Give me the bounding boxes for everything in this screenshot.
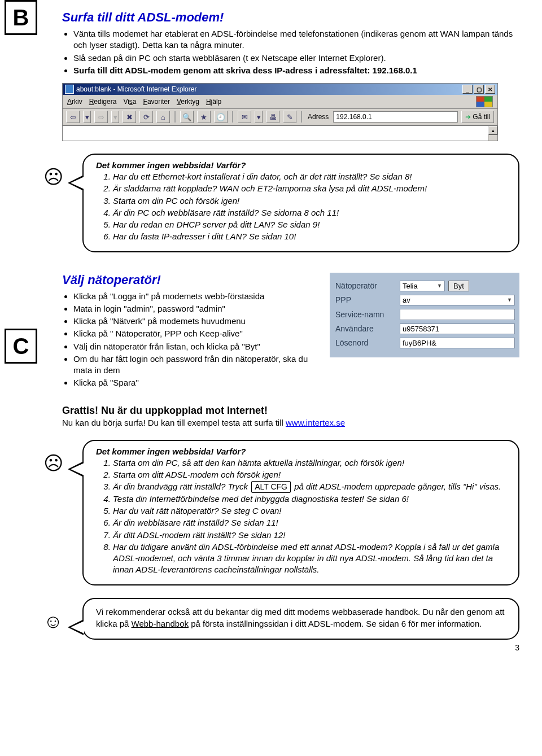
stop-button[interactable]: ✖	[123, 111, 136, 123]
list-item: Starta om din PC, så att den kan hämta a…	[113, 457, 508, 469]
list-item: Klicka på "Nätverk" på modemets huvudmen…	[73, 316, 322, 327]
speech-bubble: Vi rekommenderar också att du bekantar d…	[82, 598, 519, 640]
list-item: Har du tidigare använt din ADSL-förbinde…	[113, 541, 508, 576]
forward-dropdown[interactable]: ▾	[111, 111, 119, 123]
menu-hjalp[interactable]: Hjälp	[206, 98, 221, 106]
section-b-heading: Surfa till ditt ADSL-modem!	[62, 10, 519, 25]
ppp-value: av	[403, 296, 410, 304]
user-label: Användare	[335, 324, 396, 333]
toolbar-separator	[232, 111, 233, 123]
list-item: Starta om din PC och försök igen!	[113, 195, 508, 207]
tip-bubble-3: ☺ Vi rekommenderar också att du bekantar…	[40, 598, 519, 640]
list-item: Är din webbläsare rätt inställd? Se sida…	[113, 517, 508, 528]
speech-bubble: Det kommer ingen webbsida! Varför? Har d…	[82, 154, 519, 252]
home-button[interactable]: ⌂	[156, 111, 170, 123]
list-item: Har du redan en DHCP server på ditt LAN?…	[113, 219, 508, 230]
bubble-title: Det kommer ingen webbsida! Varför?	[96, 160, 508, 170]
alt-cfg-button-label: ALT CFG	[251, 481, 291, 493]
webb-handbok-link: Webb-handbok	[132, 619, 189, 628]
browser-toolbar: ⇦ ▾ ⇨ ▾ ✖ ⟳ ⌂ 🔍 ★ 🕘 ✉ ▾ 🖶 ✎ Adress 192.1…	[63, 109, 497, 125]
natoperator-value: Telia	[403, 282, 418, 290]
chevron-down-icon: ▼	[437, 283, 442, 289]
favorites-button[interactable]: ★	[197, 111, 211, 123]
speech-bubble: Det kommer ingen webbsida! Varför? Start…	[82, 440, 519, 585]
mail-dropdown[interactable]: ▾	[255, 111, 263, 123]
list-item: Mata in login "admin", password "admin"	[73, 303, 322, 314]
user-input[interactable]: u95758371	[400, 324, 515, 334]
section-c-heading: Välj nätoperatör!	[62, 273, 322, 287]
ppp-select[interactable]: av▼	[400, 295, 515, 305]
page-number: 3	[40, 643, 519, 652]
toolbar-separator	[301, 111, 302, 123]
congrats-text: Nu kan du börja surfa! Du kan till exemp…	[62, 418, 519, 427]
back-button[interactable]: ⇦	[66, 111, 80, 123]
mail-button[interactable]: ✉	[238, 111, 251, 123]
forward-button[interactable]: ⇨	[94, 111, 108, 123]
list-item: Klicka på " Nätoperatör, PPP och Keep-al…	[73, 328, 322, 339]
list-item: Starta om ditt ADSL-modem och försök ige…	[113, 469, 508, 480]
byt-button[interactable]: Byt	[448, 281, 469, 291]
list-item: Surfa till ditt ADSL-modem genom att skr…	[73, 65, 519, 76]
bubble-list: Starta om din PC, så att den kan hämta a…	[96, 457, 508, 576]
menu-verktyg[interactable]: Verktyg	[177, 98, 199, 106]
letter-b-text: B	[13, 5, 29, 30]
section-c-bullet-list: Klicka på "Logga in" på modemets webb-fö…	[62, 291, 322, 389]
go-icon: ➜	[465, 113, 471, 121]
natoperator-label: Nätoperatör	[335, 281, 396, 290]
ie-logo-icon	[65, 85, 74, 94]
menu-redigera[interactable]: Redigera	[89, 98, 117, 106]
address-value: 192.168.0.1	[336, 113, 371, 121]
bubble-title: Det kommer ingen webbsida! Varför?	[96, 447, 508, 456]
intertex-link[interactable]: www.intertex.se	[286, 418, 345, 427]
history-button[interactable]: 🕘	[214, 111, 228, 123]
happy-face-icon: ☺	[40, 611, 67, 631]
edit-button[interactable]: ✎	[283, 111, 296, 123]
browser-title: about:blank - Microsoft Internet Explore…	[76, 85, 196, 93]
browser-content-area: ▴	[63, 125, 497, 141]
search-button[interactable]: 🔍	[180, 111, 194, 123]
bubble-text: Vi rekommenderar också att du bekantar d…	[96, 606, 508, 630]
chevron-down-icon: ▼	[507, 297, 512, 303]
list-item: Har du fasta IP-adresser i ditt LAN? Se …	[113, 231, 508, 242]
menu-favoriter[interactable]: Favoriter	[143, 98, 170, 106]
service-input[interactable]	[400, 309, 515, 320]
toolbar-separator	[174, 111, 176, 123]
window-minimize-button[interactable]: _	[462, 85, 473, 94]
window-maximize-button[interactable]: ▢	[474, 85, 484, 94]
print-button[interactable]: 🖶	[266, 111, 279, 123]
pwd-input[interactable]: fuyB6PH&	[400, 338, 515, 348]
congrats-heading: Grattis! Nu är du uppkopplad mot Interne…	[62, 405, 519, 417]
menu-visa[interactable]: Visa	[123, 98, 136, 106]
window-close-button[interactable]: ✕	[485, 85, 495, 94]
list-item: Är din PC och webbläsare rätt inställd? …	[113, 207, 508, 219]
sad-face-icon: ☹	[40, 167, 67, 186]
back-dropdown[interactable]: ▾	[83, 111, 91, 123]
scroll-up-icon[interactable]: ▴	[488, 126, 497, 135]
menu-arkiv[interactable]: Arkiv	[67, 98, 82, 106]
browser-menubar: Arkiv Redigera Visa Favoriter Verktyg Hj…	[63, 95, 497, 109]
pwd-label: Lösenord	[335, 338, 396, 347]
service-label: Service-namn	[335, 310, 396, 319]
list-item: Testa din Internetförbindelse med det in…	[113, 493, 508, 505]
browser-window: about:blank - Microsoft Internet Explore…	[62, 83, 498, 141]
list-item: Om du har fått login och password från d…	[73, 353, 322, 377]
go-button[interactable]: ➜ Gå till	[461, 111, 494, 123]
list-item: Är din brandvägg rätt inställd? Tryck AL…	[113, 481, 508, 493]
refresh-button[interactable]: ⟳	[139, 111, 153, 123]
browser-titlebar: about:blank - Microsoft Internet Explore…	[63, 84, 497, 95]
list-item: Har du valt rätt nätoperatör? Se steg C …	[113, 505, 508, 517]
tip-bubble-2: ☹ Det kommer ingen webbsida! Varför? Sta…	[40, 440, 519, 585]
modem-form-panel: Nätoperatör Telia▼ Byt PPP av▼ Service-n…	[330, 273, 519, 357]
sad-face-icon: ☹	[40, 453, 67, 473]
user-value: u95758371	[403, 325, 439, 333]
address-input[interactable]: 192.168.0.1	[333, 111, 458, 123]
step-letter-c: C	[5, 329, 37, 364]
address-label: Adress	[307, 113, 330, 121]
natoperator-select[interactable]: Telia▼	[400, 281, 445, 291]
step-letter-b: B	[5, 0, 37, 35]
windows-logo-icon	[476, 96, 493, 107]
list-item: Är sladdarna rätt kopplade? WAN och ET2-…	[113, 183, 508, 194]
scrollbar[interactable]: ▴	[488, 126, 497, 141]
section-b-bullet-list: Vänta tills modemet har etablerat en ADS…	[62, 28, 519, 76]
pwd-value: fuyB6PH&	[403, 339, 436, 347]
